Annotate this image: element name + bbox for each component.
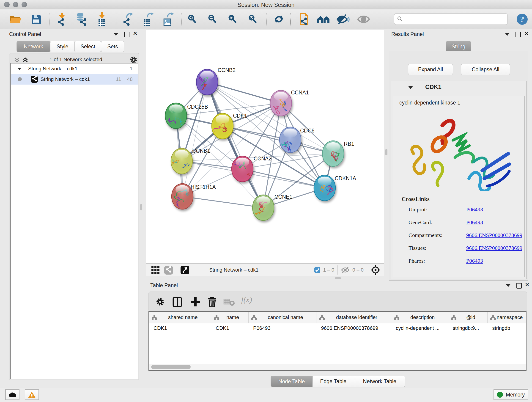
crosshair-icon[interactable]	[370, 265, 381, 275]
expand-all-button[interactable]: Expand All	[408, 64, 453, 75]
crosslink-value-link[interactable]: P06493	[466, 258, 483, 264]
control-panel-close-icon[interactable]: ✕	[133, 31, 138, 36]
delete-table-icon[interactable]	[223, 298, 235, 306]
cell-4[interactable]: cyclin-dependent ...	[391, 323, 448, 333]
collapse-all-icon[interactable]	[14, 57, 21, 64]
tab-select[interactable]: Select	[75, 41, 101, 52]
network-row[interactable]: String Network – cdk1 11 48	[11, 74, 138, 85]
export-image-icon[interactable]	[162, 12, 176, 26]
column-header-6[interactable]: namespace	[488, 312, 526, 323]
table-horizontal-scrollbar[interactable]	[149, 364, 526, 370]
table-row[interactable]: CDK1CDK1P064939606.ENSP00000378699cyclin…	[149, 323, 526, 333]
network-canvas[interactable]: CCNB2CCNA1CDC25BCDK1CDC6RB1CCNB1CCNA2CDK…	[146, 30, 384, 263]
control-panel-float-icon[interactable]	[114, 33, 118, 36]
expand-all-icon[interactable]	[22, 57, 29, 64]
help-icon[interactable]: ?	[515, 12, 529, 26]
hidden-count: 0 – 0	[352, 267, 364, 273]
birdseye-toggle-icon[interactable]	[180, 265, 190, 275]
column-header-0[interactable]: shared name	[149, 312, 211, 323]
add-column-icon[interactable]	[190, 297, 201, 307]
import-network-database-icon[interactable]	[74, 12, 89, 26]
crosslink-row: GeneCard:P06493	[409, 219, 432, 225]
tab-node-table[interactable]: Node Table	[271, 376, 312, 387]
cell-5[interactable]: stringdb:9...	[448, 323, 488, 333]
table-panel-float-icon[interactable]	[506, 284, 510, 287]
table-gear-icon[interactable]	[156, 297, 165, 306]
svg-text:CDKN1A: CDKN1A	[335, 175, 356, 181]
import-table-icon[interactable]	[95, 12, 109, 26]
zoom-selected-icon[interactable]	[246, 12, 260, 26]
network-view-mode-icon[interactable]	[164, 265, 173, 274]
column-header-3[interactable]: database identifier	[317, 312, 391, 323]
save-session-icon[interactable]	[29, 12, 44, 26]
tab-sets[interactable]: Sets	[101, 41, 124, 52]
left-splitter-handle[interactable]	[140, 204, 142, 211]
tab-network[interactable]: Network	[17, 41, 51, 52]
cloud-button[interactable]	[5, 389, 19, 400]
import-network-icon[interactable]	[55, 12, 69, 26]
results-panel-maximize-icon[interactable]	[515, 32, 521, 37]
column-header-1[interactable]: name	[211, 312, 249, 323]
export-table-icon[interactable]	[142, 12, 156, 26]
hide-selected-icon[interactable]	[336, 12, 350, 26]
crosslink-value-link[interactable]: 9606.ENSP00000378699	[466, 232, 522, 238]
share-document-icon[interactable]	[297, 12, 311, 26]
table-panel-close-icon[interactable]: ✕	[525, 282, 530, 287]
toolbar-separator	[266, 13, 267, 26]
zoom-in-icon[interactable]	[185, 12, 199, 26]
horizontal-splitter-handle[interactable]	[335, 277, 341, 279]
open-file-icon[interactable]	[8, 12, 23, 26]
zoom-fit-icon[interactable]	[225, 12, 240, 26]
first-neighbors-icon[interactable]	[317, 12, 331, 26]
collapse-all-button[interactable]: Collapse All	[461, 64, 510, 75]
show-columns-icon[interactable]	[172, 297, 183, 307]
tab-string[interactable]: String	[446, 41, 471, 52]
right-splitter-handle[interactable]	[385, 149, 387, 155]
network-collection-row[interactable]: String Network – cdk1 1	[11, 64, 138, 74]
column-header-4[interactable]: description	[391, 312, 448, 323]
search-input[interactable]	[403, 16, 502, 22]
scrollbar-thumb[interactable]	[151, 365, 191, 369]
tree-expander-icon[interactable]	[18, 68, 22, 70]
svg-text:?: ?	[520, 15, 524, 23]
tab-edge-table[interactable]: Edge Table	[312, 376, 354, 387]
function-builder-icon[interactable]: f(x)	[241, 295, 252, 304]
hidden-eye-icon[interactable]	[341, 266, 350, 274]
grid-view-icon[interactable]	[151, 265, 160, 274]
show-all-icon[interactable]	[356, 12, 371, 26]
crosslink-value-link[interactable]: P06493	[466, 219, 483, 225]
table-panel-maximize-icon[interactable]	[516, 283, 522, 288]
results-panel-float-icon[interactable]	[505, 33, 510, 36]
toolbar-separator	[49, 13, 50, 26]
zoom-out-icon[interactable]	[205, 12, 220, 26]
control-panel-maximize-icon[interactable]	[124, 32, 129, 37]
entry-collapse-icon[interactable]	[408, 86, 413, 89]
crosslink-value-link[interactable]: P06493	[466, 206, 483, 213]
app-statusbar: Memory	[0, 388, 532, 402]
column-header-2[interactable]: canonical name	[249, 312, 317, 323]
cell-3[interactable]: 9606.ENSP00000378699	[317, 323, 391, 333]
results-panel-close-icon[interactable]: ✕	[524, 31, 529, 36]
crosslink-value-link[interactable]: 9606.ENSP00000378699	[466, 245, 522, 251]
current-network-name: String Network – cdk1	[209, 267, 259, 273]
svg-text:RB1: RB1	[344, 141, 354, 147]
column-type-icon	[394, 315, 399, 320]
column-header-5[interactable]: @id	[448, 312, 488, 323]
crosslink-label: Compartments:	[409, 232, 443, 238]
refresh-icon[interactable]	[272, 12, 286, 26]
selected-checkbox-icon[interactable]	[314, 267, 321, 274]
export-network-icon[interactable]	[121, 12, 135, 26]
warning-button[interactable]	[25, 389, 39, 400]
tab-style[interactable]: Style	[50, 41, 75, 52]
memory-button[interactable]: Memory	[494, 389, 528, 400]
table-header-row: shared namenamecanonical namedatabase id…	[149, 312, 526, 323]
cell-2[interactable]: P06493	[249, 323, 317, 333]
delete-column-icon[interactable]	[207, 296, 217, 307]
main-toolbar: ?	[0, 9, 532, 29]
tab-network-table[interactable]: Network Table	[354, 376, 405, 387]
cell-6[interactable]: stringdb	[488, 323, 526, 333]
cell-1[interactable]: CDK1	[211, 323, 249, 333]
gear-icon[interactable]	[129, 56, 138, 64]
network-label: String Network – cdk1	[41, 76, 90, 82]
cell-0[interactable]: CDK1	[149, 323, 211, 333]
